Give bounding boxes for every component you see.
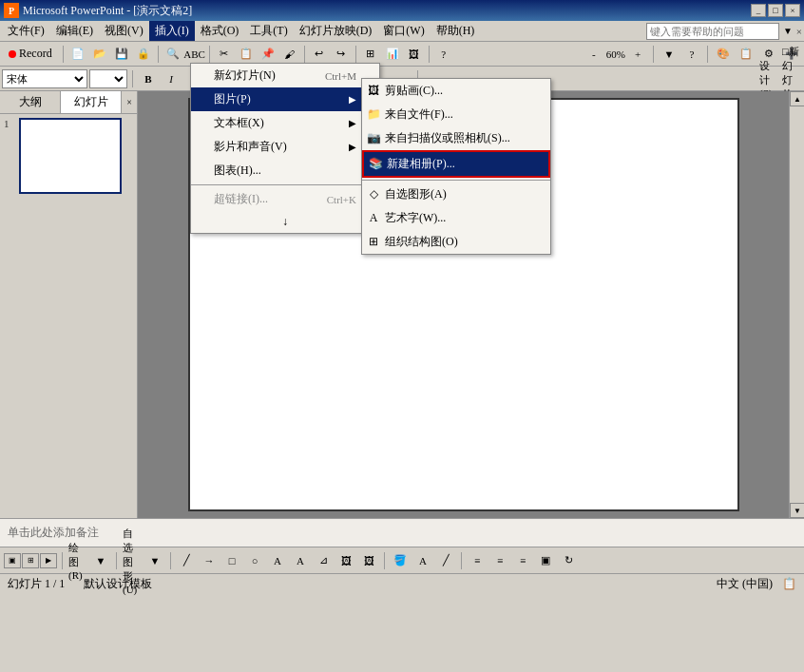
justify-btn[interactable]: ≡	[489, 550, 510, 571]
slideshow-view-button[interactable]: ▶	[40, 553, 57, 568]
draw-dropdown[interactable]: ▼	[90, 550, 111, 571]
menu-format[interactable]: 格式(O)	[195, 21, 245, 41]
menu-item-wordart[interactable]: A 艺术字(W)...	[362, 206, 550, 230]
font-size-select[interactable]	[89, 69, 127, 88]
menu-insert[interactable]: 插入(I)	[149, 21, 195, 41]
redo-button[interactable]: ↪	[331, 44, 352, 65]
font-select[interactable]: 宋体	[2, 69, 87, 88]
new-slide-btn[interactable]: □新幻灯片(N)	[781, 68, 802, 89]
bold-button[interactable]: B	[138, 68, 159, 89]
menu-item-from-file[interactable]: 📁 来自文件(F)...	[362, 103, 550, 126]
cut-button[interactable]: ✂	[214, 44, 235, 65]
menu-item-from-scanner[interactable]: 📷 来自扫描仪或照相机(S)...	[362, 126, 550, 150]
scroll-track[interactable]	[790, 106, 804, 503]
insert-table-button[interactable]: ⊞	[360, 44, 381, 65]
scroll-down-button[interactable]: ▼	[790, 503, 804, 518]
zoom-out-button[interactable]: -	[584, 44, 604, 65]
menu-item-movie-sound[interactable]: 影片和声音(V) ▶	[191, 135, 379, 159]
menu-item-new-slide[interactable]: 新幻灯片(N) Ctrl+M	[191, 64, 379, 87]
menu-item-clipart[interactable]: 🖼 剪贴画(C)...	[362, 79, 550, 103]
title-bar-buttons[interactable]: _ □ ×	[751, 4, 800, 17]
zoom-level: 60%	[606, 48, 625, 60]
rect-button[interactable]: □	[221, 550, 242, 571]
paste-button[interactable]: 📌	[258, 44, 278, 65]
menu-item-chart[interactable]: 图表(H)...	[191, 159, 379, 182]
search-close-icon[interactable]: ×	[796, 26, 802, 37]
undo-button[interactable]: ↩	[309, 44, 330, 65]
search-input[interactable]	[646, 23, 779, 40]
help-button[interactable]: ?	[433, 44, 454, 65]
menu-window[interactable]: 窗口(W)	[377, 21, 430, 41]
menu-item-more[interactable]: ↓	[191, 211, 379, 233]
menu-item-auto-shapes[interactable]: ◇ 自选图形(A)	[362, 182, 550, 206]
menu-help[interactable]: 帮助(H)	[431, 21, 481, 41]
open-button[interactable]: 📂	[89, 44, 110, 65]
clipart-button[interactable]: 🖼	[335, 550, 356, 571]
scroll-up-button[interactable]: ▲	[790, 91, 804, 106]
hyperlink-label: 超链接(I)...	[214, 191, 268, 207]
wordart-button[interactable]: A	[290, 550, 311, 571]
slide-sorter-button[interactable]: ⊞	[22, 553, 39, 568]
align-btn[interactable]: ≡	[467, 550, 488, 571]
insert-picture-button[interactable]: 🖼	[404, 44, 425, 65]
from-file-label: 来自文件(F)...	[385, 106, 453, 123]
permission-button[interactable]: 🔒	[133, 44, 154, 65]
rotate-btn[interactable]: ↻	[558, 550, 579, 571]
line-color-button[interactable]: ╱	[435, 550, 456, 571]
picture-button[interactable]: 🖼	[358, 550, 379, 571]
search-arrow-icon[interactable]: ▼	[783, 26, 793, 36]
design-btn[interactable]: 设计(S)	[758, 68, 779, 89]
new-slide-shortcut: Ctrl+M	[325, 70, 356, 82]
panel-close-button[interactable]: ×	[122, 91, 137, 113]
draw-label-button[interactable]: 绘图(R)	[67, 550, 88, 571]
minimize-button[interactable]: _	[751, 4, 766, 17]
menu-edit[interactable]: 编辑(E)	[50, 21, 99, 41]
group-btn[interactable]: ▣	[535, 550, 556, 571]
format-painter-button[interactable]: 🖌	[279, 44, 300, 65]
clipart-menu-icon: 🖼	[366, 84, 381, 99]
menu-view[interactable]: 视图(V)	[99, 21, 149, 41]
tab-slides[interactable]: 幻灯片	[61, 91, 122, 113]
design-button-r[interactable]: 🎨	[713, 44, 734, 65]
italic-button[interactable]: I	[161, 68, 182, 89]
line-button[interactable]: ╱	[176, 550, 197, 571]
zoom-in-button[interactable]: +	[627, 44, 648, 65]
arrow-button[interactable]: →	[199, 550, 220, 571]
bottom-toolbar: ▣ ⊞ ▶ 绘图(R) ▼ 自选图形(U) ▼ ╱ → □ ○ A A ⊿ 🖼 …	[0, 547, 804, 573]
vertical-scrollbar[interactable]: ▲ ▼	[789, 91, 804, 518]
task-button-r[interactable]: 📋	[736, 44, 756, 65]
auto-shapes-button[interactable]: 自选图形(U)	[122, 550, 143, 571]
print-preview-button[interactable]: 🔍	[163, 44, 183, 65]
menu-item-textbox[interactable]: 文本框(X) ▶	[191, 111, 379, 135]
textbox-button[interactable]: A	[267, 550, 288, 571]
maximize-button[interactable]: □	[768, 4, 783, 17]
oval-button[interactable]: ○	[244, 550, 265, 571]
menu-item-org-chart[interactable]: ⊞ 组织结构图(O)	[362, 230, 550, 254]
zoom-dropdown[interactable]: ▼	[659, 44, 680, 65]
copy-button[interactable]: 📋	[236, 44, 257, 65]
record-button[interactable]: Record	[2, 44, 59, 64]
insert-chart-button[interactable]: 📊	[382, 44, 403, 65]
slide-thumbnail-1[interactable]	[19, 118, 122, 194]
new-album-label: 新建相册(P)...	[387, 156, 455, 172]
menu-item-picture[interactable]: 图片(P) ▶	[191, 87, 379, 111]
menu-tools[interactable]: 工具(T)	[244, 21, 293, 41]
menu-item-hyperlink[interactable]: 超链接(I)... Ctrl+K	[191, 187, 379, 211]
status-icon: 📋	[782, 577, 796, 591]
tab-outline[interactable]: 大纲	[0, 91, 61, 113]
menu-file[interactable]: 文件(F)	[2, 21, 50, 41]
diagram-button[interactable]: ⊿	[313, 550, 334, 571]
save-button[interactable]: 💾	[111, 44, 132, 65]
menu-item-new-album[interactable]: 📚 新建相册(P)...	[362, 150, 550, 178]
auto-shapes-dropdown[interactable]: ▼	[144, 550, 165, 571]
normal-view-button[interactable]: ▣	[4, 553, 21, 568]
new-button[interactable]: 📄	[67, 44, 88, 65]
justify2-btn[interactable]: ≡	[512, 550, 533, 571]
fill-color-button[interactable]: 🪣	[390, 550, 411, 571]
help2-button[interactable]: ?	[681, 44, 702, 65]
font-color-button[interactable]: A	[412, 550, 433, 571]
menu-slideshow[interactable]: 幻灯片放映(D)	[294, 21, 378, 41]
notes-area[interactable]: 单击此处添加备注	[0, 518, 804, 547]
close-button[interactable]: ×	[785, 4, 800, 17]
spell-button[interactable]: ABC	[184, 44, 205, 65]
